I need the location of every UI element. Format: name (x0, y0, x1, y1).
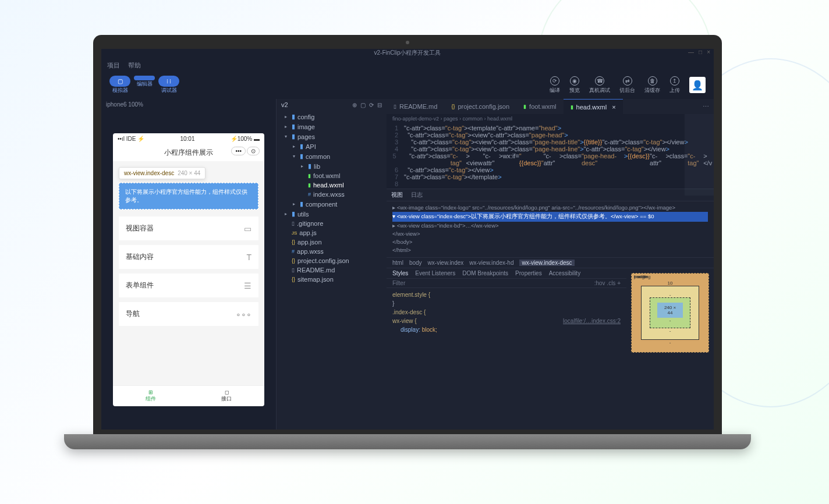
tree-item[interactable]: # index.wxss (277, 190, 387, 199)
toolbar-action[interactable]: ↥上传 (669, 76, 680, 94)
tree-item[interactable]: {} project.config.json (277, 256, 387, 265)
phone-tab[interactable]: ◻接口 (189, 386, 264, 406)
tree-item[interactable]: {} app.json (277, 237, 387, 247)
app-title: 小程序组件展示 (164, 148, 213, 157)
toolbar-action[interactable]: ⟳编译 (550, 76, 560, 94)
toolbar-button[interactable]: ⫶⫶ (158, 76, 179, 87)
window-controls[interactable]: —□× (688, 49, 710, 55)
capsule-menu-icon[interactable]: ••• (231, 147, 246, 155)
sim-menu-item[interactable]: 表单组件☰ (119, 274, 258, 297)
minimap[interactable] (685, 114, 714, 196)
phone-time: 10:01 (180, 136, 194, 142)
laptop-frame: v2-FinClip小程序开发工具 —□× 项目 帮助 ▢模拟器编辑器⫶⫶调试器… (93, 35, 722, 449)
toolbar-action[interactable]: ⇄切后台 (619, 76, 635, 94)
tree-item[interactable]: ▯ README.md (277, 265, 387, 275)
toolbar-action[interactable]: ◉预览 (569, 76, 580, 94)
css-rules[interactable]: element.style {}.index-desc {</span></di… (387, 288, 626, 336)
menubar: 项目 帮助 (101, 59, 714, 71)
tree-item[interactable]: {} sitemap.json (277, 275, 387, 284)
window-title: v2-FinClip小程序开发工具 (374, 49, 441, 56)
menu-project[interactable]: 项目 (107, 61, 120, 70)
toolbar-action[interactable]: 🗑清缓存 (644, 76, 660, 94)
devtools-tab[interactable]: 日志 (411, 191, 423, 199)
phone-battery: ⚡100% ▬ (231, 136, 260, 142)
project-root[interactable]: v2 (281, 101, 288, 108)
tree-item[interactable]: ▸▮ utils (277, 209, 387, 219)
tree-item[interactable]: ▸▮ image (277, 122, 387, 132)
refresh-icon[interactable]: ⟳ (369, 102, 374, 108)
breadcrumb[interactable]: fino-applet-demo-v2 › pages › common › h… (387, 114, 714, 123)
phone-signal: ••ıl IDE ⚡ (118, 136, 144, 142)
toolbar: ▢模拟器编辑器⫶⫶调试器 ⟳编译◉预览☎真机调试⇄切后台🗑清缓存↥上传 👤 (101, 71, 714, 99)
tooltip-selector: wx-view.index-desc (124, 170, 174, 176)
tree-item[interactable]: ▮ head.wxml (277, 180, 387, 190)
simulator-pane: iphone6 100% ••ıl IDE ⚡ 10:01 ⚡100% ▬ 小程… (101, 99, 276, 430)
box-model: margin 10 border - padding 240 × 44 (626, 268, 714, 430)
editor-tab[interactable]: {} project.config.json (444, 99, 516, 114)
code-editor[interactable]: 1"c-attr">class="c-tag"><template "c-att… (387, 123, 714, 189)
tree-item[interactable]: ▸▮ API (277, 141, 387, 151)
tooltip-size: 240 × 44 (178, 170, 200, 176)
styles-filter-actions[interactable]: :hov .cls + (594, 280, 621, 286)
editor-pane: ▯ README.md{} project.config.json▮ foot.… (387, 99, 714, 430)
sim-menu-item[interactable]: 基础内容T (119, 245, 258, 269)
tree-item[interactable]: ▸▮ config (277, 112, 387, 122)
tree-item[interactable]: ▸▮ component (277, 199, 387, 209)
inspector-tooltip: wx-view.index-desc 240 × 44 (119, 167, 206, 179)
devtools: 视图日志 ▸ <wx-image class="index-logo" src=… (387, 189, 714, 430)
capsule-close-icon[interactable]: ⊙ (247, 147, 260, 155)
ide-screen: v2-FinClip小程序开发工具 —□× 项目 帮助 ▢模拟器编辑器⫶⫶调试器… (101, 49, 714, 430)
box-content-size: 240 × 44 (657, 303, 683, 318)
tree-item[interactable]: # app.wxss (277, 247, 387, 256)
sim-menu-item[interactable]: 导航∘∘∘ (119, 302, 258, 326)
styles-tab[interactable]: Accessibility (549, 270, 580, 276)
styles-filter[interactable]: Filter (392, 280, 405, 286)
editor-tab[interactable]: ▯ README.md (387, 99, 444, 114)
tab-overflow-icon[interactable]: ⋯ (698, 103, 714, 111)
dom-inspector[interactable]: ▸ <wx-image class="index-logo" src="../r… (387, 201, 714, 257)
toolbar-button[interactable] (134, 76, 155, 80)
phone-tab[interactable]: ⊞组件 (113, 386, 189, 406)
tree-item[interactable]: ▯ .gitignore (277, 219, 387, 228)
sim-device-label: iphone6 100% (101, 99, 276, 110)
collapse-icon[interactable]: ⊟ (377, 102, 382, 108)
avatar[interactable]: 👤 (689, 77, 706, 93)
tree-item[interactable]: JS app.js (277, 228, 387, 237)
tree-item[interactable]: ▮ foot.wxml (277, 171, 387, 180)
new-file-icon[interactable]: ⊕ (352, 102, 357, 108)
tree-item[interactable]: ▸▮ lib (277, 161, 387, 171)
styles-tab[interactable]: Event Listeners (415, 270, 455, 276)
devtools-tab[interactable]: 视图 (391, 191, 403, 199)
phone-simulator: ••ıl IDE ⚡ 10:01 ⚡100% ▬ 小程序组件展示 ••• ⊙ (113, 133, 264, 406)
editor-tab[interactable]: ▮ head.wxml× (564, 99, 623, 114)
new-folder-icon[interactable]: ▢ (360, 102, 366, 108)
dom-breadcrumb[interactable]: htmlbodywx-view.indexwx-view.index-hdwx-… (387, 257, 714, 268)
window-titlebar: v2-FinClip小程序开发工具 —□× (101, 49, 714, 59)
sim-menu-item[interactable]: 视图容器▭ (119, 216, 258, 240)
editor-tab[interactable]: ▮ foot.wxml (516, 99, 563, 114)
toolbar-action[interactable]: ☎真机调试 (589, 76, 610, 94)
toolbar-button[interactable]: ▢ (109, 76, 130, 87)
tree-item[interactable]: ▾▮ common (277, 151, 387, 161)
highlighted-element: 以下将展示小程序官方组件能力，组件样式仅供参考。 (119, 183, 258, 210)
styles-tab[interactable]: Properties (515, 270, 542, 276)
tree-item[interactable]: ▾▮ pages (277, 132, 387, 141)
file-explorer: v2 ⊕ ▢ ⟳ ⊟ ▸▮ config▸▮ image▾▮ pages▸▮ A… (276, 99, 387, 430)
menu-help[interactable]: 帮助 (128, 61, 141, 70)
styles-tab[interactable]: DOM Breakpoints (462, 270, 508, 276)
styles-tab[interactable]: Styles (392, 270, 408, 276)
